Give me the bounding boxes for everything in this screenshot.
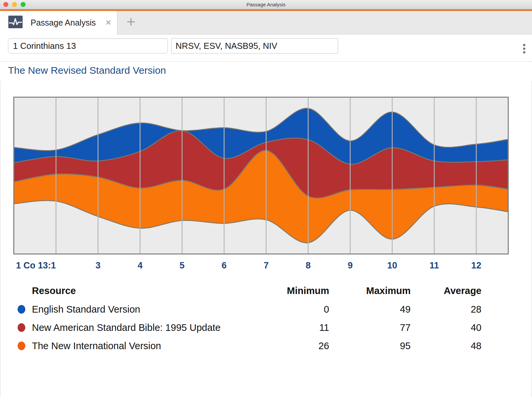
- esv-swatch-icon: [18, 305, 25, 314]
- stream-chart: [13, 97, 509, 254]
- new-tab-button[interactable]: +: [123, 11, 139, 32]
- titlebar: Passage Analysis: [0, 0, 532, 9]
- passage-analysis-window: { "window": { "title": "Passage Analysis…: [0, 0, 532, 397]
- heading-row: The New Revised Standard Version: [0, 62, 532, 81]
- table-row: New American Standard Bible: 1995 Update…: [0, 319, 532, 337]
- maximum-value: 49: [344, 300, 411, 318]
- table-row: The New International Version 26 95 48: [0, 337, 532, 355]
- header-minimum: Minimum: [263, 282, 329, 300]
- window-title: Passage Analysis: [0, 0, 532, 9]
- x-axis-label: 6: [221, 260, 226, 271]
- minimum-value: 26: [263, 337, 329, 355]
- niv-swatch-icon: [18, 342, 25, 350]
- reference-input[interactable]: [8, 38, 168, 53]
- header-average: Average: [415, 282, 481, 300]
- zoom-window-button[interactable]: [21, 2, 26, 7]
- x-axis-label: 3: [95, 260, 100, 271]
- x-axis-labels: 1 Co 13:13456789101112: [13, 260, 509, 272]
- average-value: 40: [415, 319, 481, 337]
- tab-label: Passage Analysis: [31, 11, 96, 34]
- resource-name: English Standard Version: [32, 300, 140, 318]
- x-axis-label: 7: [264, 260, 269, 271]
- legend-table: Resource Minimum Maximum Average English…: [0, 281, 532, 361]
- x-axis-label: 11: [430, 260, 439, 271]
- x-axis-label: 10: [387, 260, 397, 271]
- close-window-button[interactable]: [3, 2, 8, 7]
- x-axis-label: 9: [348, 260, 353, 271]
- x-axis-label: 5: [180, 260, 185, 271]
- minimum-value: 0: [263, 300, 329, 318]
- traffic-lights: [3, 2, 26, 7]
- x-axis-label: 1 Co 13:1: [16, 260, 56, 271]
- average-value: 48: [415, 337, 481, 355]
- activity-icon: [8, 16, 23, 28]
- nasb95-swatch-icon: [18, 323, 25, 332]
- average-value: 28: [415, 300, 481, 318]
- minimize-window-button[interactable]: [12, 2, 17, 7]
- close-tab-icon[interactable]: ✕: [102, 11, 115, 34]
- table-row: English Standard Version 0 49 28: [0, 300, 532, 318]
- versions-input[interactable]: [171, 38, 338, 53]
- resource-title-link[interactable]: The New Revised Standard Version: [8, 65, 166, 76]
- resource-name: New American Standard Bible: 1995 Update: [32, 319, 220, 337]
- x-axis-label: 8: [306, 260, 311, 271]
- x-axis-label: 4: [138, 260, 143, 271]
- resource-name: The New International Version: [32, 337, 161, 355]
- maximum-value: 77: [344, 319, 411, 337]
- tab-bar: Passage Analysis ✕ +: [0, 11, 532, 35]
- maximum-value: 95: [344, 337, 411, 355]
- header-maximum: Maximum: [344, 282, 411, 300]
- minimum-value: 11: [263, 319, 329, 337]
- kebab-menu-icon[interactable]: [519, 41, 529, 56]
- tab-passage-analysis[interactable]: Passage Analysis ✕: [0, 11, 117, 35]
- table-header-row: Resource Minimum Maximum Average: [0, 282, 532, 298]
- header-resource: Resource: [32, 282, 76, 300]
- x-axis-label: 12: [471, 260, 481, 271]
- toolbar: [0, 35, 532, 62]
